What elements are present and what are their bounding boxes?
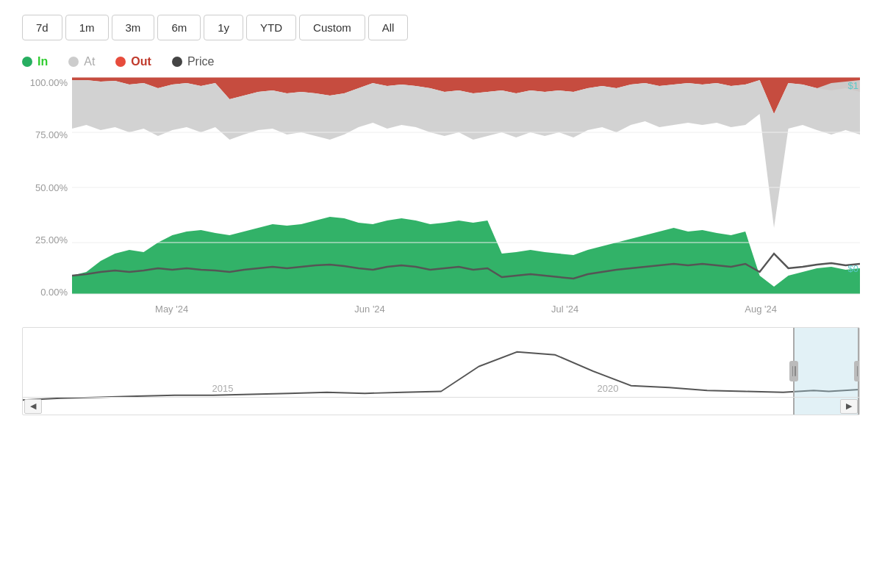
chart-svg-area: $1 $0 (72, 77, 860, 298)
btn-custom[interactable]: Custom (299, 15, 365, 40)
navigator-handle-right[interactable] (854, 361, 860, 381)
main-container: 7d 1m 3m 6m 1y YTD Custom All In At Out … (0, 0, 882, 588)
btn-ytd[interactable]: YTD (246, 15, 296, 40)
legend-price-label: Price (187, 55, 214, 68)
x-label-aug: Aug '24 (745, 304, 777, 315)
btn-all[interactable]: All (368, 15, 409, 40)
legend-out-label: Out (131, 55, 151, 68)
legend-out: Out (115, 55, 151, 68)
btn-1y[interactable]: 1y (204, 15, 243, 40)
legend-price-dot (172, 57, 182, 67)
navigator-arrows: ◀ ▶ (23, 397, 859, 415)
legend-in-label: In (37, 55, 48, 68)
btn-1m[interactable]: 1m (65, 15, 109, 40)
legend-price: Price (172, 55, 214, 68)
legend-out-dot (115, 57, 126, 67)
handle-line-4 (859, 366, 860, 376)
y-label-0: 0.00% (22, 287, 72, 298)
y-label-50: 50.00% (22, 182, 72, 193)
legend-in: In (22, 55, 48, 68)
y-label-25: 25.00% (22, 234, 72, 245)
x-label-jun: Jun '24 (354, 304, 385, 315)
handle-line-1 (792, 366, 794, 376)
btn-6m[interactable]: 6m (157, 15, 201, 40)
price-label-low: $0 (848, 263, 858, 274)
in-area (72, 217, 860, 294)
y-axis: 100.00% 75.00% 50.00% 25.00% 0.00% (22, 77, 72, 298)
navigator[interactable]: 2015 2020 ◀ ▶ (22, 327, 860, 415)
main-chart: 100.00% 75.00% 50.00% 25.00% 0.00% (22, 77, 860, 320)
legend-at-label: At (84, 55, 95, 68)
navigator-handle-left[interactable] (789, 361, 798, 381)
legend-at-dot (68, 57, 79, 67)
nav-year-2015: 2015 (212, 383, 234, 394)
nav-year-2020: 2020 (598, 383, 619, 394)
at-area (72, 80, 860, 228)
chart-svg (72, 77, 860, 298)
btn-3m[interactable]: 3m (112, 15, 155, 40)
legend-in-dot (22, 57, 32, 67)
chart-legend: In At Out Price (22, 55, 860, 68)
handle-line-3 (857, 366, 858, 376)
y-label-75: 75.00% (22, 129, 72, 140)
nav-arrow-left[interactable]: ◀ (24, 399, 42, 414)
handle-line-2 (795, 366, 796, 376)
price-label-high: $1 (848, 80, 858, 91)
y-label-100: 100.00% (22, 77, 72, 88)
btn-7d[interactable]: 7d (22, 15, 62, 40)
nav-arrow-right[interactable]: ▶ (840, 399, 858, 414)
x-label-jul: Jul '24 (551, 304, 578, 315)
navigator-year-labels: 2015 2020 (30, 383, 800, 394)
x-axis: May '24 Jun '24 Jul '24 Aug '24 (72, 298, 860, 320)
time-range-buttons: 7d 1m 3m 6m 1y YTD Custom All (22, 15, 860, 40)
x-label-may: May '24 (155, 304, 188, 315)
legend-at: At (68, 55, 95, 68)
